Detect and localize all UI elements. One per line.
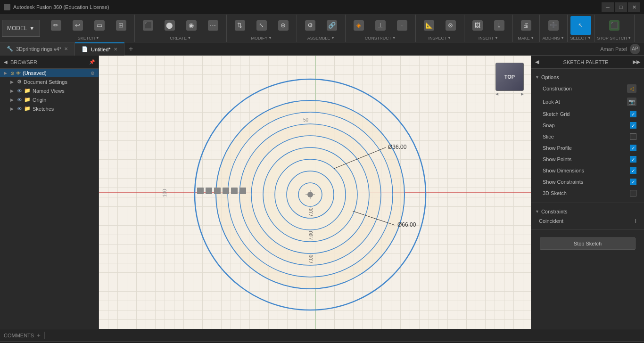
tree-label-namedviews: Named Views	[33, 88, 65, 94]
create-label[interactable]: CREATE	[170, 36, 191, 41]
construct-axis-button[interactable]: ⊥	[370, 16, 391, 35]
sketchgrid-checkbox[interactable]	[630, 111, 636, 117]
comments-add-button[interactable]: +	[37, 332, 41, 339]
stopsketch-button[interactable]: ⬛	[604, 16, 625, 35]
sketch-undo-button[interactable]: ↩	[67, 16, 88, 35]
stop-sketch-button[interactable]: Stop Sketch	[540, 237, 636, 250]
inspect-interfer-button[interactable]: ⊗	[440, 16, 461, 35]
tab-untitled[interactable]: 📄 Untitled* ✕	[75, 42, 124, 56]
create-box-button[interactable]: ⬛	[138, 16, 158, 35]
tree-arrow-origin: ▶	[10, 98, 15, 102]
slice-label: Slice	[543, 134, 554, 139]
showprofile-checkbox[interactable]	[630, 145, 636, 151]
sidebar-collapse-button[interactable]: ◀	[4, 59, 8, 65]
panel-collapse-icon[interactable]: ◀	[535, 59, 539, 65]
modify-press-button[interactable]: ⇅	[230, 16, 250, 35]
view-cube[interactable]: TOP ◀ ▶	[495, 63, 524, 96]
toolbar-group-assemble: ⚙ 🔗 ASSEMBLE	[297, 15, 346, 42]
tree-item-namedviews[interactable]: ▶ 👁 📁 Named Views	[0, 86, 99, 95]
addins-button[interactable]: ➕	[543, 16, 564, 35]
user-avatar[interactable]: AP	[630, 44, 640, 54]
insert-label[interactable]: INSERT	[479, 36, 498, 41]
showconstraints-checkbox[interactable]	[630, 179, 636, 185]
panel-expand-icon[interactable]: ▶▶	[633, 59, 640, 65]
comments-bar: COMMENTS +	[0, 329, 644, 341]
inspect-label[interactable]: INSPECT	[429, 36, 451, 41]
assemble-label[interactable]: ASSEMBLE	[307, 36, 334, 41]
svg-rect-12	[197, 188, 204, 194]
assemble-rigid-button[interactable]: 🔗	[322, 16, 342, 35]
tab-add-button[interactable]: +	[124, 42, 138, 56]
tab-3dprinting[interactable]: 🔧 3Dprinting rings v4* ✕	[0, 42, 75, 56]
snap-checkbox[interactable]	[630, 122, 636, 129]
timeline: |◀ ◀ ▶ ▶ ▶| ⟳ ⊡ ✋ 🔍 □ ⊞ ▦ ⚙	[0, 341, 644, 343]
sidebar-title: BROWSER	[10, 59, 37, 65]
construct-label[interactable]: CONSTRUCT	[365, 36, 396, 41]
showdimensions-checkbox[interactable]	[630, 167, 636, 174]
tree-item-docsettings[interactable]: ▶ ⚙ Document Settings	[0, 77, 99, 86]
tab-close-1[interactable]: ✕	[64, 46, 68, 51]
slice-row: Slice	[531, 131, 644, 142]
sketch-label[interactable]: SKETCH	[78, 36, 99, 41]
lookat-camera-button[interactable]: 📷	[627, 98, 636, 106]
create-more-button[interactable]: ⋯	[203, 16, 223, 35]
tree-eye-unsaved: 👁	[16, 71, 21, 76]
modify-combine-button[interactable]: ⊕	[273, 16, 294, 35]
construction-icon-button[interactable]: ◁	[627, 84, 636, 93]
tree-settings-unsaved[interactable]: ⚙	[91, 71, 95, 76]
tree-item-origin[interactable]: ▶ 👁 📁 Origin	[0, 95, 99, 104]
tree-item-sketches[interactable]: ▶ 👁 📁 Sketches	[0, 104, 99, 113]
modify-label[interactable]: MODIFY	[251, 36, 272, 41]
sketch-pencil-button[interactable]: ✏	[46, 16, 66, 35]
maximize-button[interactable]: □	[615, 2, 627, 12]
inspect-measure-button[interactable]: 📐	[419, 16, 439, 35]
make-print-button[interactable]: 🖨	[516, 16, 537, 35]
insert-dxf-button[interactable]: ⤓	[489, 16, 510, 35]
sketch-grid-button[interactable]: ⊞	[111, 16, 132, 35]
stopsketch-label[interactable]: STOP SKETCH	[597, 36, 631, 41]
modify-scale-button[interactable]: ⤡	[251, 16, 272, 35]
toolbar: MODEL ▼ ✏ ↩ ▭ ⊞ SKETCH ⬛ ⬤ ◉ ⋯ CREATE ⇅ …	[0, 14, 644, 42]
sketch-svg: Ø36.00 Ø66.00 7.00 7.00 7.00 50 100	[99, 56, 531, 329]
insert-canvas-button[interactable]: 🖼	[467, 16, 488, 35]
sketch-rect-button[interactable]: ▭	[89, 16, 110, 35]
construct-point-button[interactable]: ·	[392, 16, 413, 35]
titlebar: Autodesk Fusion 360 (Education License) …	[0, 0, 644, 14]
showprofile-row: Show Profile	[531, 142, 644, 154]
comments-label: COMMENTS	[4, 333, 34, 338]
snap-label: Snap	[543, 122, 555, 128]
construct-plane-button[interactable]: ◈	[348, 16, 369, 35]
select-button[interactable]: ↖	[570, 16, 591, 35]
coincident-label: Coincident	[539, 218, 563, 224]
showpoints-label: Show Points	[543, 156, 571, 162]
create-cylinder-button[interactable]: ⬤	[159, 16, 180, 35]
svg-text:50: 50	[303, 117, 309, 122]
create-sphere-button[interactable]: ◉	[181, 16, 202, 35]
options-section-header[interactable]: ▼ Options	[531, 73, 644, 82]
svg-text:7.00: 7.00	[308, 254, 314, 264]
tree-item-unsaved[interactable]: ▶ ⊙ 👁 (Unsaved) ⚙	[0, 69, 99, 77]
model-menu-button[interactable]: MODEL ▼	[2, 20, 40, 37]
tree-arrow-unsaved: ▶	[4, 71, 8, 75]
tree-icon-namedviews: 👁	[17, 88, 22, 94]
tab-close-2[interactable]: ✕	[114, 47, 117, 52]
tree-arrow-namedviews: ▶	[10, 89, 15, 93]
assemble-joint-button[interactable]: ⚙	[300, 16, 321, 35]
viewcube-face: TOP	[504, 74, 515, 80]
addins-label[interactable]: ADD-INS	[543, 36, 564, 41]
select-label[interactable]: SELECT	[570, 36, 591, 41]
showdimensions-label: Show Dimensions	[543, 168, 584, 173]
slice-checkbox[interactable]	[630, 133, 636, 140]
close-button[interactable]: ✕	[628, 2, 640, 12]
sidebar-pin-button[interactable]: 📌	[89, 59, 95, 65]
showpoints-checkbox[interactable]	[630, 156, 636, 163]
canvas[interactable]: Ø36.00 Ø66.00 7.00 7.00 7.00 50 100 TOP …	[99, 56, 531, 329]
make-label[interactable]: MAKE	[518, 36, 534, 41]
constraints-section-header[interactable]: ▼ Constraints	[531, 207, 644, 216]
coincident-count: I	[635, 218, 636, 224]
construction-row: Construction ◁	[531, 82, 644, 95]
construction-label: Construction	[543, 86, 572, 91]
svg-rect-13	[206, 188, 212, 194]
minimize-button[interactable]: ─	[602, 2, 614, 12]
sketch3d-checkbox[interactable]	[630, 190, 636, 196]
